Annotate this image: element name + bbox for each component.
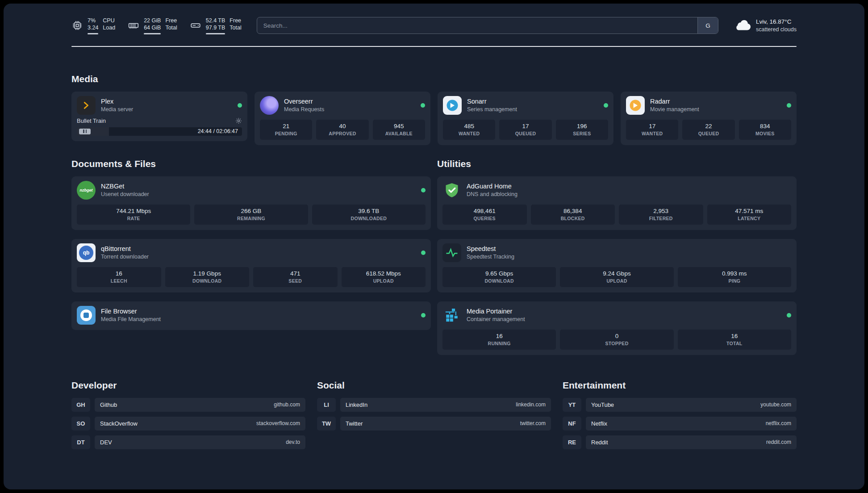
bookmark-github: GH Github github.com [71,398,305,412]
stat-running: 16RUNNING [442,330,556,350]
service-card-adguard[interactable]: AdGuard Home DNS and adblocking 498,461Q… [437,176,797,230]
service-name: qBittorrent [101,245,149,253]
stat-movies: 834MOVIES [739,120,791,140]
bookmark-link[interactable]: Github github.com [95,398,305,412]
playback-progress-bar[interactable]: 24:44 / 02:06:47 [77,127,242,136]
section-title-documents: Documents & Files [71,159,431,169]
resource-widgets: 7% 3.24 CPU Load 22 GiB 64 Gi [71,17,242,34]
stat-filtered: 2,953FILTERED [619,205,703,225]
bookmark-link[interactable]: Netflix netflix.com [586,417,797,430]
service-card-qbittorrent[interactable]: qb qBittorrent Torrent downloader 16LEEC… [71,239,431,292]
stat-download: 1.19 GbpsDOWNLOAD [165,267,250,287]
memory-usage-bar [144,33,161,34]
search-provider-button[interactable]: G [697,17,718,33]
stat-upload: 618.52 MbpsUPLOAD [342,267,426,287]
stat-total: 16TOTAL [678,330,791,350]
overseerr-icon [260,96,279,115]
bookmark-dev: DT DEV dev.to [71,435,305,449]
gear-icon[interactable] [235,117,242,124]
bookmark-abbr[interactable]: GH [71,398,90,412]
service-card-plex[interactable]: Plex Media server Bullet Train [71,92,247,141]
status-dot [421,251,426,255]
cpu-labels: CPU Load [103,17,115,34]
service-name: Media Portainer [467,307,525,316]
bookmark-youtube: YT YouTube youtube.com [563,398,797,412]
service-card-portainer[interactable]: Media Portainer Container management 16R… [437,301,797,355]
bookmark-linkedin: LI LinkedIn linkedin.com [317,398,551,412]
service-name: Sonarr [467,97,517,106]
service-subtitle: Movie management [650,106,699,113]
stat-ping: 0.993 msPING [678,267,791,287]
status-dot [604,103,608,108]
service-subtitle: Usenet downloader [101,191,149,198]
disk-free: 52.4 TB [206,17,225,24]
service-card-sonarr[interactable]: Sonarr Series management 485WANTED 17QUE… [438,92,613,145]
service-subtitle: Container management [467,316,525,323]
service-card-radarr[interactable]: Radarr Movie management 17WANTED 22QUEUE… [621,92,797,145]
disk-labels: Free Total [230,17,241,34]
nzbget-icon: nzbget [77,181,96,200]
memory-total: 64 GiB [144,24,161,31]
section-title-entertainment: Entertainment [563,380,797,391]
bookmark-abbr[interactable]: NF [563,417,581,430]
memory-widget: 22 GiB 64 GiB Free Total [128,17,177,34]
bookmark-link[interactable]: YouTube youtube.com [586,398,797,412]
bookmark-link[interactable]: Reddit reddit.com [586,435,797,449]
qbittorrent-icon: qb [77,243,96,262]
playback-time: 24:44 / 02:06:47 [198,128,238,134]
radarr-icon [626,96,645,115]
bookmark-link[interactable]: StackOverflow stackoverflow.com [95,417,305,430]
bookmark-netflix: NF Netflix netflix.com [563,417,797,430]
disk-icon [190,20,201,31]
memory-icon [128,20,139,31]
service-subtitle: Media Requests [284,106,324,113]
service-card-overseerr[interactable]: Overseerr Media Requests 21PENDING 40APP… [255,92,430,145]
bookmark-link[interactable]: DEV dev.to [95,435,305,449]
status-dot [421,188,426,192]
pause-button[interactable] [79,129,91,134]
memory-values: 22 GiB 64 GiB [144,17,161,34]
service-name: Plex [101,97,133,106]
section-title-developer: Developer [71,380,305,391]
top-bar: 7% 3.24 CPU Load 22 GiB 64 Gi [71,4,797,34]
service-card-filebrowser[interactable]: File Browser Media File Management [71,301,431,330]
service-card-nzbget[interactable]: nzbget NZBGet Usenet downloader 744.21 M… [71,176,431,230]
weather-widget: Lviv, 16.87°C scattered clouds [734,18,797,33]
weather-cloud-icon [734,18,751,33]
filebrowser-icon [77,306,96,325]
bookmark-abbr[interactable]: RE [563,435,581,449]
service-name: AdGuard Home [467,182,517,191]
bookmark-abbr[interactable]: DT [71,435,90,449]
disk-values: 52.4 TB 97.9 TB [206,17,225,34]
bookmark-stackoverflow: SO StackOverflow stackoverflow.com [71,417,305,430]
bookmark-abbr[interactable]: YT [563,398,581,412]
status-dot [238,103,242,108]
service-subtitle: Series management [467,106,517,113]
cpu-usage-bar [88,33,98,34]
stat-upload: 9.24 GbpsUPLOAD [560,267,673,287]
bookmark-abbr[interactable]: SO [71,417,90,430]
bookmark-link[interactable]: Twitter twitter.com [340,417,551,430]
disk-total: 97.9 TB [206,24,225,31]
disk-usage-bar [206,33,225,34]
bookmark-abbr[interactable]: TW [317,417,336,430]
dashboard-page: 7% 3.24 CPU Load 22 GiB 64 Gi [4,4,864,489]
service-name: NZBGet [101,182,149,191]
bookmark-abbr[interactable]: LI [317,398,336,412]
stat-pending: 21PENDING [260,120,312,140]
service-name: Overseerr [284,97,324,106]
service-card-speedtest[interactable]: Speedtest Speedtest Tracking 9.65 GbpsDO… [437,239,797,292]
cpu-values: 7% 3.24 [88,17,98,34]
section-title-social: Social [317,380,551,391]
pause-icon [83,130,84,133]
service-subtitle: Speedtest Tracking [467,253,514,260]
plex-now-playing: Bullet Train 24:44 / 02:06:47 [77,117,242,136]
bookmark-link[interactable]: LinkedIn linkedin.com [340,398,551,412]
stat-seed: 471SEED [253,267,338,287]
stat-wanted: 485WANTED [443,120,495,140]
stat-queued: 22QUEUED [682,120,734,140]
cpu-load: 3.24 [88,24,98,31]
search-input[interactable] [257,17,697,33]
service-subtitle: Torrent downloader [101,253,149,260]
memory-free: 22 GiB [144,17,161,24]
